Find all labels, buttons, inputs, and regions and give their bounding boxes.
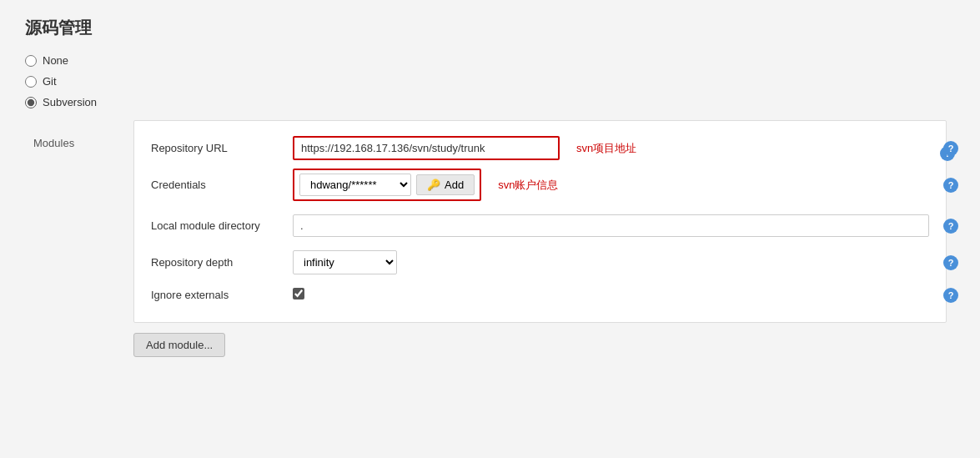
repository-url-input[interactable]: [293, 136, 560, 160]
local-module-label: Local module directory: [151, 219, 293, 232]
credentials-label: Credentials: [151, 179, 293, 191]
radio-none-input[interactable]: [25, 55, 37, 67]
add-credentials-button[interactable]: 🔑 Add: [416, 174, 475, 195]
local-module-help-icon[interactable]: ?: [943, 219, 958, 234]
radio-none[interactable]: None: [25, 54, 955, 67]
subversion-section: Modules Repository URL svn项目地址 ?: [25, 120, 955, 323]
repo-url-note: svn项目地址: [576, 141, 636, 156]
radio-subversion-input[interactable]: [25, 97, 37, 108]
ignore-externals-help-icon[interactable]: ?: [943, 288, 958, 303]
page-title: 源码管理: [25, 17, 955, 39]
repo-url-help-icon[interactable]: ?: [943, 141, 958, 156]
modules-label: Modules: [25, 130, 133, 156]
radio-subversion-label: Subversion: [43, 96, 97, 108]
radio-git[interactable]: Git: [25, 75, 955, 88]
local-module-input[interactable]: [293, 214, 929, 237]
credentials-select[interactable]: hdwang/******: [299, 174, 411, 196]
credentials-help-icon[interactable]: ?: [943, 178, 958, 193]
modules-content: Repository URL svn项目地址 ? Cr: [133, 120, 947, 323]
scm-radio-group: None Git Subversion: [25, 54, 955, 108]
radio-git-label: Git: [43, 75, 57, 88]
add-module-button[interactable]: Add module...: [133, 333, 225, 357]
repository-depth-select[interactable]: infinity immediates files empty: [293, 250, 397, 274]
repo-url-label: Repository URL: [151, 142, 293, 154]
add-button-label: Add: [445, 179, 464, 191]
key-icon: 🔑: [427, 179, 440, 191]
modules-sidebar: Modules: [25, 120, 133, 323]
radio-subversion[interactable]: Subversion: [25, 96, 955, 108]
credentials-note: svn账户信息: [498, 178, 558, 193]
repo-depth-label: Repository depth: [151, 256, 293, 269]
radio-git-input[interactable]: [25, 76, 37, 88]
radio-none-label: None: [43, 54, 68, 67]
ignore-externals-checkbox[interactable]: [293, 288, 304, 299]
repo-depth-help-icon[interactable]: ?: [943, 255, 958, 270]
ignore-externals-label: Ignore externals: [151, 289, 293, 301]
